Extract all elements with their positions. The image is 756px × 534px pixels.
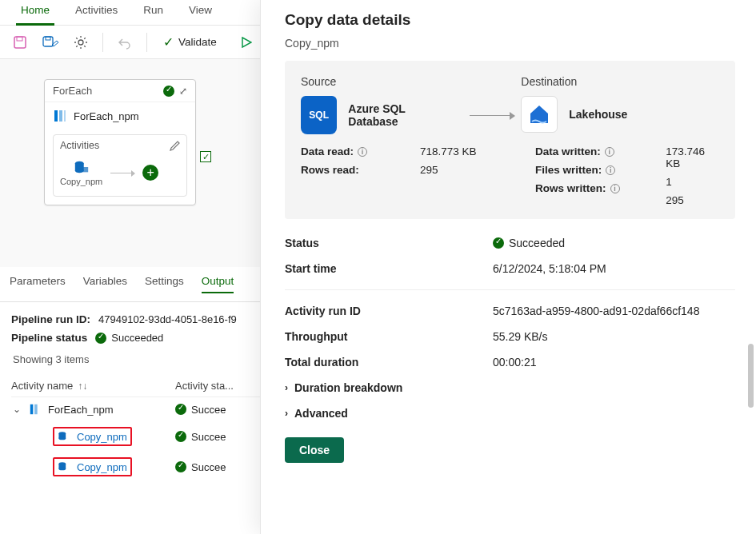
foreach-activity-card[interactable]: ForEach ⤢ ForEach_npm Activities — [44, 79, 196, 205]
activity-status: Succee — [191, 431, 226, 443]
detail-label: Activity run ID — [285, 305, 493, 317]
stat-value: 295 — [420, 164, 503, 176]
activity-name-link[interactable]: Copy_npm — [77, 431, 127, 443]
expander-icon[interactable]: ⌄ — [11, 404, 22, 415]
tab-view[interactable]: View — [176, 0, 225, 25]
run-id-value: 47949102-93dd-4051-8e16-f9 — [98, 313, 237, 325]
tab-settings[interactable]: Settings — [145, 275, 184, 293]
detail-value: 00:00:21 — [493, 356, 537, 369]
activity-status: Succee — [191, 404, 226, 416]
tab-parameters[interactable]: Parameters — [10, 275, 66, 293]
foreach-header: ForEach ⤢ — [45, 80, 195, 102]
success-status-icon — [175, 404, 186, 415]
collapse-icon[interactable]: ⤢ — [179, 86, 187, 97]
detail-label: Status — [285, 237, 493, 249]
foreach-type-label: ForEach — [53, 85, 92, 97]
validate-flag-icon: ✓ — [200, 151, 211, 162]
stat-value: 718.773 KB — [420, 145, 503, 157]
tab-home[interactable]: Home — [8, 0, 62, 25]
stat-label: Data read:i — [301, 145, 388, 157]
run-details: Status Succeeded Start time 6/12/2024, 5… — [285, 219, 735, 426]
stat-label: Files written:i — [535, 164, 634, 176]
sql-copy-icon — [58, 430, 70, 443]
foreach-name: ForEach_npm — [74, 110, 139, 122]
pencil-icon — [170, 141, 180, 151]
svg-point-10 — [74, 169, 83, 173]
play-icon — [241, 37, 252, 48]
gear-icon — [74, 35, 88, 50]
run-button[interactable] — [233, 30, 260, 55]
stat-label: Rows read: — [301, 164, 388, 176]
check-icon: ✓ — [163, 34, 174, 50]
scrollbar[interactable] — [748, 344, 754, 408]
activity-status: Succee — [191, 461, 226, 473]
copy-details-panel: Copy data details Copy_npm Source Azure … — [260, 0, 756, 534]
sort-icon[interactable]: ↑↓ — [78, 381, 87, 392]
activity-name: ForEach_npm — [48, 404, 114, 416]
svg-rect-11 — [82, 167, 87, 172]
duration-breakdown-expander[interactable]: ›Duration breakdown — [285, 375, 735, 400]
copy-stats: Data read:i Rows read: 718.773 KB 295 Da… — [301, 145, 719, 206]
destination-label: Destination — [521, 75, 719, 88]
advanced-expander[interactable]: ›Advanced — [285, 400, 735, 426]
svg-rect-6 — [59, 110, 62, 122]
close-button[interactable]: Close — [285, 437, 344, 463]
info-icon[interactable]: i — [358, 147, 367, 157]
save-as-icon — [42, 35, 58, 50]
svg-rect-2 — [43, 37, 53, 46]
svg-rect-12 — [30, 404, 34, 414]
flow-arrow-icon — [470, 115, 514, 116]
tab-variables[interactable]: Variables — [83, 275, 127, 293]
success-status-icon — [175, 461, 186, 472]
save-as-button[interactable] — [37, 30, 64, 55]
loop-icon — [29, 403, 42, 416]
svg-rect-13 — [34, 404, 38, 414]
copy-activity-icon[interactable] — [74, 159, 90, 175]
activities-container: Activities Copy_npm + — [53, 134, 187, 197]
info-icon[interactable]: i — [605, 147, 614, 157]
flow-arrow — [110, 173, 134, 173]
col-activity-status[interactable]: Activity sta... — [175, 380, 234, 392]
copy-activity-label: Copy_npm — [60, 177, 102, 186]
add-activity-button[interactable]: + — [142, 165, 158, 181]
svg-rect-5 — [54, 110, 58, 122]
panel-title: Copy data details — [285, 11, 735, 29]
divider — [285, 289, 735, 290]
source-label: Source — [301, 75, 521, 88]
save-button[interactable] — [6, 30, 34, 55]
activity-name-link[interactable]: Copy_npm — [77, 461, 127, 473]
svg-rect-0 — [14, 37, 26, 48]
settings-button[interactable] — [67, 30, 94, 55]
sql-database-icon — [301, 96, 337, 134]
success-status-icon — [175, 431, 186, 442]
chevron-right-icon: › — [285, 408, 288, 419]
validate-button[interactable]: ✓ Validate — [155, 34, 225, 50]
undo-button[interactable] — [111, 30, 138, 55]
tab-activities[interactable]: Activities — [62, 0, 130, 25]
stat-value: 173.746 KB — [666, 145, 719, 169]
success-status-icon — [493, 237, 504, 249]
svg-point-19 — [58, 467, 66, 470]
sql-copy-icon — [58, 460, 70, 473]
save-icon — [13, 35, 27, 50]
info-icon[interactable]: i — [610, 184, 620, 193]
svg-point-4 — [78, 40, 83, 45]
col-activity-name[interactable]: Activity name — [11, 380, 73, 392]
detail-label: Throughput — [285, 330, 493, 343]
success-status-icon — [163, 86, 174, 97]
pipeline-status-value: Succeeded — [111, 332, 163, 344]
stat-value: 295 — [666, 194, 719, 206]
toolbar-divider-2 — [146, 33, 147, 52]
tab-output[interactable]: Output — [202, 275, 234, 293]
info-icon[interactable]: i — [606, 165, 615, 175]
pipeline-status-label: Pipeline status — [11, 332, 87, 344]
detail-label: Total duration — [285, 356, 493, 369]
tab-run[interactable]: Run — [130, 0, 176, 25]
detail-value: 6/12/2024, 5:18:04 PM — [493, 262, 606, 275]
undo-icon — [118, 35, 132, 50]
activities-label: Activities — [60, 140, 99, 151]
edit-activities-button[interactable] — [170, 141, 180, 151]
detail-label: Start time — [285, 262, 493, 275]
source-name: Azure SQL Database — [348, 102, 452, 128]
svg-rect-7 — [64, 110, 66, 122]
